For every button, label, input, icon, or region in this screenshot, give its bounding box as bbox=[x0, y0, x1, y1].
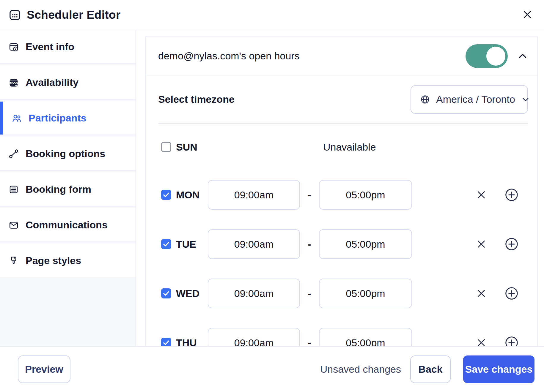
day-label: WED bbox=[176, 288, 198, 299]
globe-icon bbox=[420, 94, 430, 105]
plus-circle-icon bbox=[505, 287, 518, 300]
sidebar-divider bbox=[0, 241, 136, 244]
end-time-input[interactable]: 05:00pm bbox=[319, 180, 412, 210]
sidebar-item-booking-options[interactable]: Booking options bbox=[0, 137, 136, 170]
page-styles-icon bbox=[8, 255, 19, 266]
booking-options-icon bbox=[8, 148, 19, 159]
open-hours-header: demo@nylas.com's open hours bbox=[146, 37, 537, 75]
day-row-sun: SUN Unavailable bbox=[146, 124, 537, 170]
availability-icon bbox=[8, 77, 19, 88]
dialog-footer: Preview Unsaved changes Back Save change… bbox=[0, 346, 544, 392]
timezone-value: America / Toronto bbox=[436, 94, 515, 105]
day-checkbox-mon[interactable] bbox=[161, 190, 171, 200]
sidebar-item-label: Participants bbox=[29, 112, 87, 124]
unavailable-status: Unavailable bbox=[323, 141, 376, 153]
remove-time-button[interactable] bbox=[476, 189, 487, 200]
close-icon bbox=[522, 9, 533, 20]
preview-button[interactable]: Preview bbox=[18, 355, 70, 383]
sidebar-item-participants[interactable]: Participants bbox=[0, 102, 136, 135]
collapse-section-button[interactable] bbox=[517, 51, 528, 61]
day-checkbox-sun[interactable] bbox=[161, 142, 171, 152]
communications-icon bbox=[8, 220, 19, 230]
x-icon bbox=[476, 239, 487, 249]
time-range-separator: - bbox=[300, 238, 319, 250]
time-range-separator: - bbox=[300, 337, 319, 346]
close-button[interactable] bbox=[521, 8, 534, 21]
plus-circle-icon bbox=[505, 188, 518, 202]
x-icon bbox=[476, 337, 487, 346]
day-label: MON bbox=[176, 189, 198, 201]
start-time-input[interactable]: 09:00am bbox=[208, 180, 300, 210]
scheduler-calendar-icon bbox=[8, 8, 21, 21]
booking-form-icon bbox=[8, 184, 19, 195]
remove-time-button[interactable] bbox=[476, 239, 487, 249]
sidebar-item-label: Availability bbox=[26, 77, 78, 88]
dialog-header: Scheduler Editor bbox=[0, 0, 544, 30]
sidebar-divider bbox=[0, 99, 136, 102]
sidebar-item-label: Communications bbox=[26, 219, 108, 231]
timezone-label: Select timezone bbox=[158, 94, 235, 105]
sidebar-item-event-info[interactable]: Event info bbox=[0, 30, 136, 63]
start-time-input[interactable]: 09:00am bbox=[208, 328, 300, 346]
time-range-separator: - bbox=[300, 288, 319, 299]
sidebar: Event info Availability bbox=[0, 30, 136, 346]
chevron-up-icon bbox=[517, 51, 528, 61]
start-time-input[interactable]: 09:00am bbox=[208, 279, 300, 308]
timezone-select[interactable]: America / Toronto bbox=[411, 85, 528, 114]
sidebar-item-label: Booking options bbox=[26, 148, 105, 159]
end-time-input[interactable]: 05:00pm bbox=[319, 328, 412, 346]
day-checkbox-thu[interactable] bbox=[161, 338, 171, 346]
open-hours-toggle[interactable] bbox=[466, 44, 508, 68]
end-time-input[interactable]: 05:00pm bbox=[319, 279, 412, 308]
day-label: TUE bbox=[176, 238, 198, 250]
x-icon bbox=[476, 288, 487, 299]
event-info-icon bbox=[8, 42, 19, 52]
sidebar-item-label: Page styles bbox=[26, 255, 81, 266]
back-button[interactable]: Back bbox=[410, 355, 451, 383]
add-time-button[interactable] bbox=[505, 336, 518, 346]
day-row-wed: WED 09:00am - 05:00pm bbox=[146, 269, 537, 318]
remove-time-button[interactable] bbox=[476, 337, 487, 346]
unsaved-changes-status: Unsaved changes bbox=[320, 363, 401, 375]
sidebar-divider bbox=[0, 206, 136, 208]
sidebar-divider bbox=[0, 63, 136, 66]
plus-circle-icon bbox=[505, 237, 518, 251]
day-row-tue: TUE 09:00am - 05:00pm bbox=[146, 219, 537, 269]
day-checkbox-tue[interactable] bbox=[161, 239, 171, 249]
check-icon bbox=[162, 339, 170, 346]
sidebar-divider bbox=[0, 135, 136, 137]
start-time-input[interactable]: 09:00am bbox=[208, 229, 300, 259]
sidebar-item-page-styles[interactable]: Page styles bbox=[0, 244, 136, 277]
toggle-knob bbox=[486, 47, 505, 66]
sidebar-divider bbox=[0, 170, 136, 173]
day-row-mon: MON 09:00am - 05:00pm bbox=[146, 170, 537, 219]
participants-icon bbox=[11, 113, 22, 124]
day-checkbox-wed[interactable] bbox=[161, 288, 171, 298]
day-label: SUN bbox=[176, 141, 198, 153]
timezone-row: Select timezone America / Toronto bbox=[146, 75, 537, 123]
add-time-button[interactable] bbox=[505, 188, 518, 202]
sidebar-item-booking-form[interactable]: Booking form bbox=[0, 173, 136, 206]
page-title: Scheduler Editor bbox=[27, 8, 120, 21]
sidebar-item-label: Booking form bbox=[26, 184, 91, 195]
main-content: demo@nylas.com's open hours Select timez… bbox=[137, 30, 544, 346]
sidebar-item-label: Event info bbox=[26, 41, 74, 53]
add-time-button[interactable] bbox=[505, 287, 518, 300]
day-row-thu: THU 09:00am - 05:00pm bbox=[146, 318, 537, 346]
open-hours-label: demo@nylas.com's open hours bbox=[158, 50, 300, 62]
time-range-separator: - bbox=[300, 189, 319, 201]
remove-time-button[interactable] bbox=[476, 288, 487, 299]
sidebar-item-availability[interactable]: Availability bbox=[0, 66, 136, 99]
end-time-input[interactable]: 05:00pm bbox=[319, 229, 412, 259]
check-icon bbox=[162, 191, 170, 199]
chevron-down-icon bbox=[521, 95, 530, 104]
plus-circle-icon bbox=[505, 336, 518, 346]
add-time-button[interactable] bbox=[505, 237, 518, 251]
check-icon bbox=[162, 240, 170, 248]
save-changes-button[interactable]: Save changes bbox=[463, 355, 534, 383]
check-icon bbox=[162, 290, 170, 297]
open-hours-card: demo@nylas.com's open hours Select timez… bbox=[145, 37, 538, 346]
sidebar-background bbox=[0, 277, 136, 346]
sidebar-item-communications[interactable]: Communications bbox=[0, 208, 136, 241]
day-label: THU bbox=[176, 337, 198, 346]
